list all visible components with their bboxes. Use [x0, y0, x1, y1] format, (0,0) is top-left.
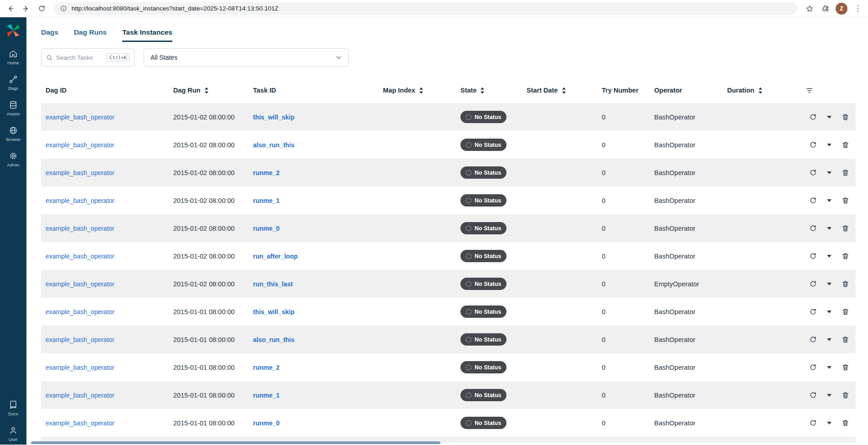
- retry-icon[interactable]: [809, 308, 817, 316]
- task-id-link[interactable]: runme_2: [253, 169, 279, 176]
- delete-icon[interactable]: [842, 363, 849, 371]
- row-menu-caret-icon[interactable]: [827, 310, 832, 313]
- retry-icon[interactable]: [809, 113, 817, 121]
- address-bar[interactable]: http://localhost:8080/task_instances?sta…: [54, 2, 797, 15]
- browser-profile-avatar[interactable]: Z: [836, 3, 847, 15]
- delete-icon[interactable]: [842, 419, 849, 427]
- sort-icon[interactable]: [758, 87, 763, 94]
- delete-icon[interactable]: [842, 224, 849, 232]
- row-menu-caret-icon[interactable]: [827, 338, 832, 341]
- task-id-link[interactable]: this_will_skip: [253, 308, 294, 316]
- row-menu-caret-icon[interactable]: [827, 366, 832, 369]
- dag-id-link[interactable]: example_bash_operator: [46, 225, 114, 232]
- dag-id-cell: example_bash_operator: [41, 197, 169, 204]
- state-badge: No Status: [460, 305, 506, 318]
- delete-icon[interactable]: [842, 308, 849, 316]
- dag-id-link[interactable]: example_bash_operator: [46, 392, 114, 399]
- delete-icon[interactable]: [842, 280, 849, 288]
- col-header-map-index[interactable]: Map Index: [378, 87, 456, 94]
- row-menu-caret-icon[interactable]: [827, 422, 832, 424]
- delete-icon[interactable]: [842, 113, 849, 121]
- delete-icon[interactable]: [842, 141, 849, 149]
- sidebar-item-home[interactable]: Home: [0, 49, 26, 65]
- search-tasks-box[interactable]: Ctrl+K: [41, 48, 134, 67]
- sidebar-item-browse[interactable]: Browse: [0, 126, 26, 142]
- bookmark-star-icon[interactable]: [805, 4, 815, 14]
- dag-id-link[interactable]: example_bash_operator: [46, 169, 114, 176]
- retry-icon[interactable]: [809, 419, 817, 427]
- delete-icon[interactable]: [842, 197, 849, 204]
- col-header-state[interactable]: State: [456, 87, 522, 94]
- task-id-link[interactable]: runme_0: [253, 419, 279, 427]
- airflow-logo[interactable]: [5, 23, 21, 40]
- dag-id-link[interactable]: example_bash_operator: [46, 336, 114, 343]
- task-id-link[interactable]: also_run_this: [253, 336, 294, 343]
- tab-dag-runs[interactable]: Dag Runs: [74, 28, 107, 42]
- col-header-duration[interactable]: Duration: [723, 87, 782, 94]
- retry-icon[interactable]: [809, 252, 817, 260]
- sidebar-item-docs[interactable]: Docs: [0, 400, 26, 416]
- row-menu-caret-icon[interactable]: [827, 199, 832, 202]
- retry-icon[interactable]: [809, 363, 817, 371]
- task-id-link[interactable]: run_after_loop: [253, 253, 298, 260]
- search-tasks-input[interactable]: [56, 54, 103, 61]
- sort-icon[interactable]: [562, 87, 566, 94]
- sidebar-item-admin[interactable]: Admin: [0, 151, 26, 167]
- dag-id-link[interactable]: example_bash_operator: [46, 253, 114, 260]
- task-id-link[interactable]: runme_1: [253, 197, 279, 204]
- reload-icon[interactable]: [36, 4, 46, 14]
- row-menu-caret-icon[interactable]: [827, 171, 832, 174]
- dag-id-link[interactable]: example_bash_operator: [46, 419, 114, 427]
- retry-icon[interactable]: [809, 197, 817, 204]
- dag-id-link[interactable]: example_bash_operator: [46, 197, 114, 204]
- horizontal-scrollbar-thumb[interactable]: [31, 441, 440, 444]
- sidebar-item-assets[interactable]: Assets: [0, 100, 26, 116]
- browser-menu-icon[interactable]: ⋮: [853, 4, 863, 13]
- sidebar-item-dags[interactable]: Dags: [0, 75, 26, 91]
- row-actions: [782, 113, 856, 121]
- dag-id-link[interactable]: example_bash_operator: [46, 364, 114, 371]
- dag-id-link[interactable]: example_bash_operator: [46, 114, 114, 121]
- row-menu-caret-icon[interactable]: [827, 227, 832, 230]
- row-menu-caret-icon[interactable]: [827, 255, 832, 258]
- retry-icon[interactable]: [809, 224, 817, 232]
- delete-icon[interactable]: [842, 169, 849, 176]
- forward-icon[interactable]: [21, 4, 31, 14]
- database-icon: [9, 100, 18, 109]
- task-id-link[interactable]: runme_0: [253, 225, 279, 232]
- try-number-cell: 0: [597, 169, 650, 176]
- page-info-icon[interactable]: [60, 5, 67, 12]
- dag-id-link[interactable]: example_bash_operator: [46, 308, 114, 316]
- tab-dags[interactable]: Dags: [41, 28, 58, 42]
- retry-icon[interactable]: [809, 391, 817, 399]
- task-id-link[interactable]: also_run_this: [253, 141, 294, 149]
- retry-icon[interactable]: [809, 141, 817, 149]
- col-header-dag-run[interactable]: Dag Run: [169, 87, 248, 94]
- sort-icon[interactable]: [204, 87, 209, 94]
- col-header-start-date[interactable]: Start Date: [522, 87, 597, 94]
- task-id-link[interactable]: runme_2: [253, 364, 279, 371]
- state-filter-select[interactable]: All States: [144, 48, 349, 67]
- dag-id-link[interactable]: example_bash_operator: [46, 141, 114, 149]
- row-menu-caret-icon[interactable]: [827, 116, 832, 119]
- retry-icon[interactable]: [809, 336, 817, 343]
- sidebar-item-user[interactable]: User: [0, 426, 26, 442]
- delete-icon[interactable]: [842, 391, 849, 399]
- sort-icon[interactable]: [480, 87, 485, 94]
- dag-id-link[interactable]: example_bash_operator: [46, 280, 114, 288]
- task-id-link[interactable]: runme_1: [253, 392, 279, 399]
- extensions-icon[interactable]: [820, 4, 830, 14]
- tab-task-instances[interactable]: Task Instances: [122, 28, 172, 42]
- row-menu-caret-icon[interactable]: [827, 394, 832, 397]
- task-id-link[interactable]: this_will_skip: [253, 114, 294, 121]
- delete-icon[interactable]: [842, 336, 849, 343]
- row-menu-caret-icon[interactable]: [827, 144, 832, 146]
- retry-icon[interactable]: [809, 280, 817, 288]
- task-id-link[interactable]: run_this_last: [253, 280, 293, 288]
- back-icon[interactable]: [5, 4, 16, 14]
- delete-icon[interactable]: [842, 252, 849, 260]
- sort-icon[interactable]: [419, 87, 424, 94]
- row-menu-caret-icon[interactable]: [827, 283, 832, 285]
- retry-icon[interactable]: [809, 169, 817, 176]
- filter-icon[interactable]: [806, 87, 813, 94]
